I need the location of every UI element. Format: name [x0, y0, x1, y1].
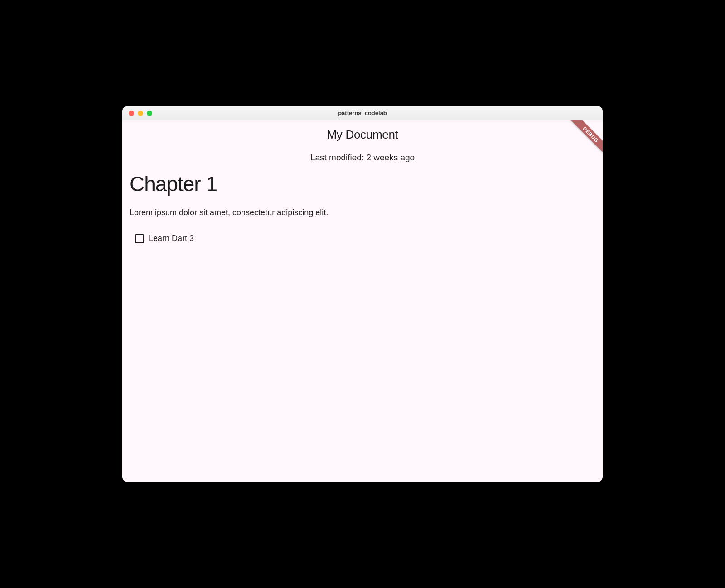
checkbox[interactable]: [135, 234, 144, 243]
checkbox-label: Learn Dart 3: [149, 234, 194, 243]
checkbox-list-item: Learn Dart 3: [130, 234, 595, 243]
body-paragraph: Lorem ipsum dolor sit amet, consectetur …: [130, 208, 595, 217]
last-modified-label: Last modified: 2 weeks ago: [122, 153, 603, 163]
traffic-lights: [122, 111, 152, 116]
window-title: patterns_codelab: [122, 110, 603, 116]
content-area: Chapter 1 Lorem ipsum dolor sit amet, co…: [122, 172, 603, 243]
chapter-heading: Chapter 1: [130, 172, 595, 196]
minimize-icon[interactable]: [138, 111, 143, 116]
titlebar: patterns_codelab: [122, 106, 603, 120]
app-header: My Document: [122, 120, 603, 142]
app-window: patterns_codelab DEBUG My Document Last …: [122, 106, 603, 482]
close-icon[interactable]: [129, 111, 134, 116]
maximize-icon[interactable]: [147, 111, 152, 116]
page-title: My Document: [122, 128, 603, 142]
app-body: DEBUG My Document Last modified: 2 weeks…: [122, 120, 603, 482]
